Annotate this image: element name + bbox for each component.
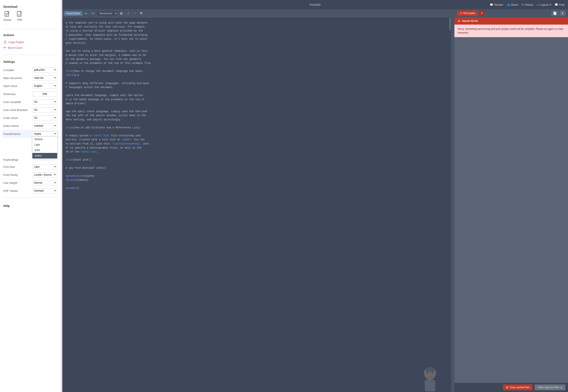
- other-logs-button[interactable]: Other logs and files ▲: [535, 384, 566, 390]
- dictionary-edit-button[interactable]: Edit: [32, 91, 58, 97]
- search-button[interactable]: 🔍: [139, 11, 145, 16]
- copy-project-action[interactable]: 📋 Copy Project: [3, 39, 58, 45]
- pdf-viewer-label: PDF Viewer: [3, 189, 18, 192]
- compiler-select[interactable]: pdfLaTeX LaTeX XeLaTeX LuaLaTeX: [32, 68, 58, 72]
- bold-button[interactable]: B: [119, 11, 124, 16]
- redo-button[interactable]: ↪: [90, 11, 96, 16]
- word-count-label: Word Count: [8, 46, 22, 49]
- collapse-arrow[interactable]: ›: [451, 9, 454, 392]
- code-check-select[interactable]: On Off: [32, 115, 58, 120]
- download-title: Download: [3, 5, 58, 8]
- clear-cache-label: Clear cached files: [509, 386, 529, 389]
- pdf-viewer-row: PDF Viewer Overleaf Native: [3, 187, 58, 195]
- autocomplete-select[interactable]: On Off: [32, 99, 58, 104]
- line-height-select[interactable]: Compact Normal Wide: [32, 180, 58, 185]
- code-check-row: Code check On Off: [3, 114, 58, 122]
- code-check-label: Code check: [3, 116, 18, 120]
- main-content: example 💬 Review 👥 Share ↺ History ▭ Lay…: [62, 0, 568, 392]
- more-options-button[interactable]: ···: [132, 11, 138, 16]
- recompile-button[interactable]: ↺ Recompile: [457, 11, 478, 16]
- settings-title: Settings: [3, 60, 58, 63]
- theme-option-light[interactable]: Light: [32, 142, 57, 147]
- help-title: Help: [3, 204, 58, 208]
- output-pane: ↺ Recompile ▾ 📄 ⬇ ⚠ Server Error Sorry, …: [454, 9, 568, 392]
- review-button[interactable]: 💬 Review: [490, 3, 503, 6]
- autocomplete-label: Auto-complete: [3, 100, 21, 104]
- top-bar: example 💬 Review 👥 Share ↺ History ▭ Lay…: [62, 0, 568, 9]
- layout-chevron-icon: ▾: [550, 3, 551, 6]
- recompile-dropdown-button[interactable]: ▾: [479, 11, 484, 16]
- error-message: Sorry, something went wrong and your pro…: [454, 25, 568, 37]
- output-bottom-bar: 🗑 Clear cached files Other logs and file…: [454, 383, 568, 392]
- eye-icon: 👁: [3, 46, 6, 49]
- copy-project-label: Copy Project: [8, 41, 24, 44]
- autocomplete-row: Auto-complete On Off: [3, 98, 58, 106]
- chat-button[interactable]: 💭 Chat: [554, 3, 565, 6]
- editor-container: Visual Editor ↩ ↪ Normal text Heading 1 …: [62, 9, 451, 392]
- actions-section: Actions 📋 Copy Project 👁 Word Count: [3, 32, 58, 51]
- source-icon: [4, 11, 11, 18]
- compiler-row: Compiler pdfLaTeX LaTeX XeLaTeX LuaLaTeX: [3, 66, 58, 74]
- divider-3: [3, 197, 58, 197]
- chat-icon: 💭: [554, 3, 558, 6]
- theme-option-ayaka[interactable]: Ayaka: [32, 153, 57, 158]
- overall-theme-label: Overall theme: [3, 132, 20, 136]
- theme-option-default[interactable]: Default: [32, 137, 57, 142]
- clear-cache-button[interactable]: 🗑 Clear cached files: [503, 384, 532, 390]
- scrollbar[interactable]: [449, 18, 451, 30]
- overall-theme-select[interactable]: Default Light IEEE Ayaka: [32, 131, 58, 136]
- layout-icon: ▭: [537, 3, 539, 6]
- autoclose-select[interactable]: On Off: [32, 107, 58, 112]
- review-icon: 💬: [490, 3, 493, 6]
- output-content: [454, 37, 568, 383]
- svg-text:PDF: PDF: [18, 14, 21, 16]
- editor-body: Visual Editor ↩ ↪ Normal text Heading 1 …: [62, 9, 568, 392]
- download-source[interactable]: Source: [3, 11, 11, 21]
- spell-check-label: Spell check: [3, 84, 17, 88]
- download-pdf[interactable]: PDF PDF: [16, 11, 23, 21]
- compiler-label: Compiler: [3, 69, 14, 72]
- font-family-row: Font Family Lucida / Source Monospace: [3, 171, 58, 179]
- divider-2: [3, 55, 58, 55]
- pdf-viewer-select[interactable]: Overleaf Native: [32, 188, 58, 193]
- editor-text: y the template you're using will have th…: [66, 21, 448, 190]
- other-logs-label: Other logs and files ▲: [538, 386, 563, 389]
- download-output-button[interactable]: ⬇: [560, 11, 566, 16]
- editor-theme-row: Editor theme overleaf default light dark: [3, 122, 58, 130]
- layout-label: Layout: [540, 3, 549, 6]
- copy-output-button[interactable]: 📄: [551, 11, 558, 16]
- undo-button[interactable]: ↩: [83, 11, 89, 16]
- theme-option-ieee[interactable]: IEEE: [32, 147, 57, 153]
- actions-title: Actions: [3, 33, 58, 37]
- copy-icon: 📋: [3, 41, 7, 44]
- autoclose-row: Auto-close Brackets On Off: [3, 106, 58, 114]
- editor-theme-label: Editor theme: [3, 124, 19, 127]
- font-family-select[interactable]: Lucida / Source Monospace: [32, 172, 58, 177]
- pdf-icon: PDF: [16, 11, 23, 18]
- editor-pane[interactable]: y the template you're using will have th…: [62, 18, 451, 392]
- format-select[interactable]: Normal text Heading 1 Heading 2: [97, 11, 118, 16]
- share-label: Share: [511, 3, 518, 6]
- spell-check-select[interactable]: English French German Spanish: [32, 84, 58, 88]
- history-button[interactable]: ↺ History: [522, 3, 533, 6]
- line-height-row: Line Height Compact Normal Wide: [3, 179, 58, 187]
- editor-theme-select[interactable]: overleaf default light dark: [32, 123, 58, 128]
- autoclose-label: Auto-close Brackets: [3, 108, 28, 112]
- server-error-title: Server Error: [462, 19, 478, 23]
- share-button[interactable]: 👥 Share: [506, 3, 518, 6]
- recompile-label: Recompile: [463, 12, 475, 15]
- settings-section: Settings Compiler pdfLaTeX LaTeX XeLaTeX…: [3, 58, 58, 195]
- chat-label: Chat: [559, 3, 565, 6]
- italic-button[interactable]: I: [125, 11, 131, 16]
- visual-editor-button[interactable]: Visual Editor: [64, 11, 82, 16]
- keybindings-label: Keybindings: [3, 158, 18, 161]
- dictionary-row: Dictionary Edit: [3, 90, 58, 98]
- layout-button[interactable]: ▭ Layout ▾: [537, 3, 551, 6]
- editor-toolbar: Visual Editor ↩ ↪ Normal text Heading 1 …: [62, 9, 451, 18]
- word-count-action[interactable]: 👁 Word Count: [3, 45, 58, 51]
- overall-theme-menu: Default Light IEEE Ayaka: [32, 136, 58, 159]
- history-label: History: [525, 3, 533, 6]
- main-document-select[interactable]: main.tex: [32, 75, 58, 81]
- font-size-select[interactable]: 10px 11px 12px 14px: [32, 164, 58, 169]
- trash-icon: 🗑: [506, 386, 508, 389]
